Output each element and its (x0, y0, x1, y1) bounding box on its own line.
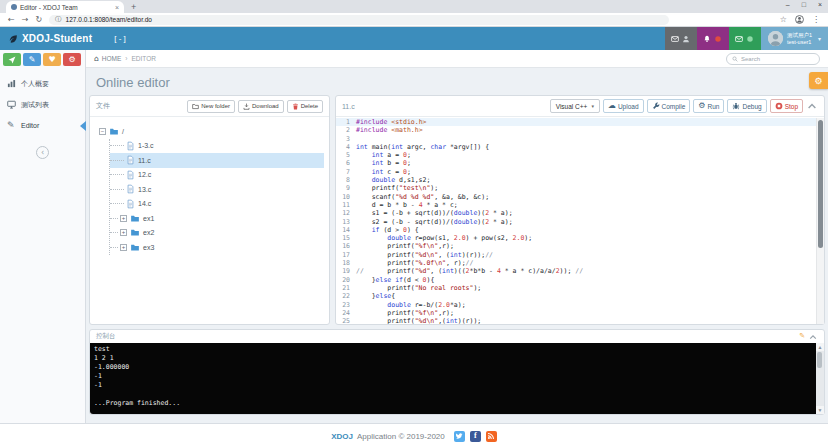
folder-icon (130, 243, 140, 252)
code-text: printf("%f\n",r); (356, 242, 454, 250)
breadcrumb-home[interactable]: HOME (102, 55, 122, 62)
tree-root-folder[interactable]: −/ (95, 124, 324, 139)
navbar-messages-button[interactable] (665, 27, 697, 50)
tree-file-12.c[interactable]: 12.c (110, 168, 324, 183)
user-name-en: test-user1 (787, 39, 812, 45)
tree-folder-ex2[interactable]: +ex2 (110, 226, 324, 241)
browser-tab[interactable]: Editor - XDOJ Team × (6, 1, 124, 13)
new-tab-button[interactable]: + (131, 2, 136, 12)
line-number: 10 (336, 193, 356, 201)
browser-menu-icon[interactable]: ⋮ (812, 15, 820, 24)
user-names: 测试用户1 test-user1 (787, 32, 812, 45)
upload-button[interactable]: ☁Upload (603, 99, 644, 113)
line-number: 18 (336, 259, 356, 267)
console-scrollbar-thumb[interactable] (817, 352, 822, 368)
bookmark-star-icon[interactable]: ☆ (780, 15, 787, 24)
footer-brand[interactable]: XDOJ (331, 432, 353, 441)
editor-scrollbar-thumb[interactable] (818, 120, 823, 248)
twitter-icon[interactable] (454, 431, 465, 442)
console-terminal[interactable]: test1 2 1-1.000000-1-1 ...Program finish… (90, 343, 824, 414)
editor-scrollbar[interactable] (816, 118, 824, 324)
debug-button[interactable]: Debug (727, 99, 766, 113)
tree-file-14.c[interactable]: 14.c (110, 197, 324, 212)
sidebar-collapse-button[interactable]: ‹ (36, 146, 49, 159)
tree-file-1-3.c[interactable]: 1-3.c (110, 139, 324, 154)
quick-button-send[interactable] (3, 53, 21, 66)
search-input[interactable] (741, 56, 814, 62)
sidebar-item-测试列表[interactable]: 测试列表 (0, 94, 85, 115)
settings-fab-gear-icon[interactable]: ⚙ (809, 72, 828, 89)
user-avatar (768, 31, 783, 46)
code-text: printf("%.0f\n", r);// (356, 259, 473, 267)
editor-collapse-chevron-icon[interactable] (806, 100, 818, 112)
download-icon (243, 103, 250, 110)
tree-expand-icon[interactable]: + (120, 244, 127, 251)
tree-file-11.c[interactable]: 11.c (110, 153, 324, 168)
facebook-letter: f (474, 432, 477, 440)
window-maximize-icon[interactable]: □ (802, 1, 806, 8)
scroll-up-icon[interactable]: ▲ (816, 343, 824, 351)
line-number: 2 (336, 126, 356, 134)
url-box[interactable]: ⓘ 127.0.0.1:8080/team/editor.do (49, 15, 669, 25)
sidebar-item-个人概要[interactable]: 个人概要 (0, 73, 85, 94)
browser-profile-icon[interactable] (795, 15, 804, 24)
line-number: 19 (336, 267, 356, 275)
line-number: 23 (336, 301, 356, 309)
code-line: 23 double r=-b/(2.0*a); (336, 301, 816, 309)
terminal-line: -1.000000 (94, 363, 820, 372)
tree-expand-icon[interactable]: + (120, 215, 127, 222)
console-collapse-chevron-icon[interactable] (808, 332, 818, 342)
tab-close-icon[interactable]: × (115, 4, 119, 11)
reload-icon[interactable]: ↻ (35, 15, 42, 24)
code-editor[interactable]: 1#include <stdio.h>2#include <math.h>34i… (336, 118, 816, 324)
window-minimize-icon[interactable]: – (786, 1, 790, 8)
stop-button[interactable]: Stop (770, 99, 803, 113)
tree-expand-icon[interactable]: + (120, 229, 127, 236)
tree-folder-ex3[interactable]: +ex3 (110, 240, 324, 255)
sidebar-toggle-link[interactable]: [ - ] (114, 34, 126, 43)
language-value: Visual C++ (556, 103, 588, 110)
run-button[interactable]: ⚙Run (693, 99, 724, 113)
footer: XDOJ Application © 2019-2020 f (0, 423, 828, 448)
console-edit-pencil-icon[interactable]: ✎ (799, 333, 805, 340)
search-box[interactable] (726, 53, 820, 65)
download-button[interactable]: Download (238, 100, 284, 113)
tree-collapse-icon[interactable]: − (99, 128, 106, 135)
file-icon (126, 199, 135, 209)
rss-icon[interactable] (486, 431, 497, 442)
code-line: 2#include <math.h> (336, 126, 816, 134)
new-folder-button[interactable]: New folder (187, 100, 235, 113)
back-icon[interactable]: ← (8, 15, 15, 24)
user-menu[interactable]: 测试用户1 test-user1 ▾ (761, 27, 828, 50)
line-number: 20 (336, 276, 356, 284)
forward-icon[interactable]: → (22, 15, 29, 24)
code-text: double d,s1,s2; (356, 176, 430, 184)
sidebar-item-editor[interactable]: ✎Editor (0, 115, 85, 136)
delete-button[interactable]: Delete (287, 100, 323, 113)
language-select[interactable]: Visual C++ ▾ (550, 99, 600, 113)
quick-button-edit[interactable]: ✎ (23, 53, 41, 66)
brand-title[interactable]: XDOJ-Student (22, 33, 92, 44)
navbar-notifications-button[interactable] (697, 27, 729, 50)
facebook-icon[interactable]: f (470, 431, 481, 442)
tree-folder-ex1[interactable]: +ex1 (110, 211, 324, 226)
file-panel: 文件 New folderDownloadDelete −/1-3.c11.c1… (89, 95, 330, 325)
tree-file-13.c[interactable]: 13.c (110, 182, 324, 197)
sidebar-item-label: 个人概要 (21, 79, 49, 89)
compile-button[interactable]: Compile (647, 99, 691, 113)
code-text: printf("No real roots"); (356, 284, 481, 292)
navbar-tasks-button[interactable] (729, 27, 761, 50)
code-line: 15 double r=pow(s1, 2.0) + pow(s2, 2.0); (336, 234, 816, 242)
breadcrumb-separator: › (125, 55, 127, 62)
quick-button-favorites[interactable]: ♥ (43, 53, 61, 66)
scroll-down-icon[interactable]: ▼ (816, 406, 824, 414)
wrench-icon (652, 102, 660, 110)
line-number: 24 (336, 309, 356, 317)
code-line: 19// printf("%d", (int)((2*b*b - 4 * a *… (336, 267, 816, 275)
console-scrollbar[interactable]: ▲ ▼ (816, 343, 824, 414)
window-close-icon[interactable]: × (818, 1, 822, 8)
quick-button-settings[interactable]: ⚙ (63, 53, 81, 66)
code-line: 9 printf("test\n"); (336, 184, 816, 192)
folder-label: ex3 (143, 244, 154, 251)
site-info-icon[interactable]: ⓘ (55, 15, 62, 24)
